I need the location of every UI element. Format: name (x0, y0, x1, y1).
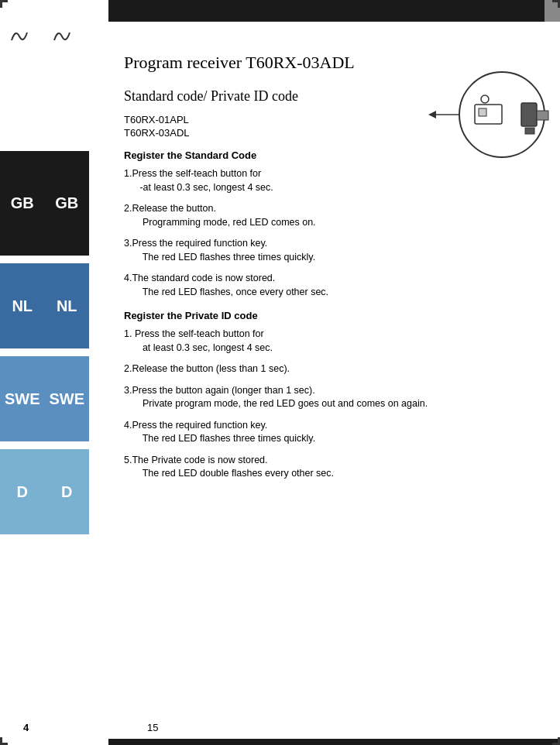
std-step-4-number: 4. (124, 273, 132, 283)
svg-marker-7 (428, 111, 436, 118)
priv-step-4-main: Press the required function key. (132, 420, 267, 431)
priv-step-2-main: Release the button (less than 1 sec). (132, 363, 290, 374)
priv-step-3: 3.Press the button again (longer than 1 … (124, 384, 529, 411)
sidebar-d-section: D D (0, 449, 89, 534)
corner-mark-top-right (552, 0, 560, 8)
bottom-bar (108, 739, 560, 745)
std-step-4-main: The standard code is now stored. (132, 273, 275, 283)
main-content: Program receiver T60RX-03ADL Standard co… (108, 22, 560, 745)
priv-step-4-number: 4. (124, 420, 132, 431)
priv-step-3-main: Press the button again (longer than 1 se… (132, 385, 314, 396)
priv-step-5-number: 5. (124, 455, 132, 465)
priv-step-2-number: 2. (124, 363, 132, 374)
sidebar-swe-label-1: SWE (5, 390, 40, 408)
svg-rect-5 (479, 108, 486, 116)
priv-step-5: 5.The Private code is now stored. The re… (124, 454, 529, 481)
sidebar-swe-label-2: SWE (49, 390, 84, 408)
sidebar-d-label-2: D (61, 483, 72, 501)
svg-rect-3 (525, 128, 534, 134)
page-container: GB GB NL NL SWE SWE D D 4 P (0, 0, 560, 745)
std-step-3: 3.Press the required function key. The r… (124, 237, 529, 264)
std-step-2-number: 2. (124, 203, 132, 214)
logo-squiggles (8, 25, 101, 48)
std-step-2: 2.Release the button. Programming mode, … (124, 202, 529, 229)
std-step-1-number: 1. (124, 168, 132, 179)
std-step-1-main: Press the self-teach button for (132, 168, 261, 179)
sidebar-gb-label-2: GB (55, 194, 78, 212)
corner-mark-bottom-left (0, 737, 8, 745)
svg-point-1 (481, 95, 489, 103)
sidebar-nl-section: NL NL (0, 263, 89, 348)
priv-step-2: 2.Release the button (less than 1 sec). (124, 362, 529, 376)
priv-step-1-indent: at least 0.3 sec, longest 4 sec. (124, 342, 273, 353)
std-step-3-number: 3. (124, 238, 132, 249)
priv-step-5-indent: The red LED double flashes every other s… (124, 468, 334, 479)
corner-mark-top-left (0, 0, 8, 8)
sidebar-nl-label-2: NL (57, 297, 77, 315)
svg-rect-2 (521, 103, 537, 126)
std-step-1: 1.Press the self-teach button for -at le… (124, 167, 529, 194)
page-number-left: 4 (23, 722, 29, 733)
sidebar-swe-section: SWE SWE (0, 356, 89, 441)
sidebar-d-label-1: D (17, 483, 28, 501)
priv-step-3-indent: Private program mode, the red LED goes o… (124, 398, 428, 409)
svg-rect-8 (537, 111, 548, 120)
std-step-4-indent: The red LED flashes, once every other se… (124, 287, 328, 297)
device-diagram (424, 64, 552, 167)
std-step-2-main: Release the button. (132, 203, 215, 214)
top-header-bar (108, 0, 560, 22)
priv-step-1-main: Press the self-teach button for (135, 328, 264, 339)
sidebar-nl-label-1: NL (12, 297, 33, 315)
std-step-3-indent: The red LED flashes three times quickly. (124, 252, 315, 263)
priv-step-1-number: 1. (124, 328, 135, 339)
sidebar-gb-label-1: GB (11, 194, 34, 212)
private-id-heading: Register the Private ID code (124, 310, 529, 321)
left-sidebar: GB GB NL NL SWE SWE D D 4 (0, 0, 89, 745)
priv-step-5-main: The Private code is now stored. (132, 455, 267, 465)
std-step-2-indent: Programming mode, red LED comes on. (124, 217, 316, 228)
priv-step-3-number: 3. (124, 385, 132, 396)
page-number-right: 15 (147, 722, 158, 733)
priv-step-4: 4.Press the required function key. The r… (124, 419, 529, 446)
std-step-4: 4.The standard code is now stored. The r… (124, 272, 529, 299)
std-step-3-main: Press the required function key. (132, 238, 267, 249)
corner-mark-bottom-right (552, 737, 560, 745)
priv-step-4-indent: The red LED flashes three times quickly. (124, 433, 315, 444)
std-step-1-indent: -at least 0.3 sec, longest 4 sec. (124, 182, 273, 193)
sidebar-gb-section: GB GB (0, 151, 89, 256)
priv-step-1: 1. Press the self-teach button for at le… (124, 328, 529, 355)
